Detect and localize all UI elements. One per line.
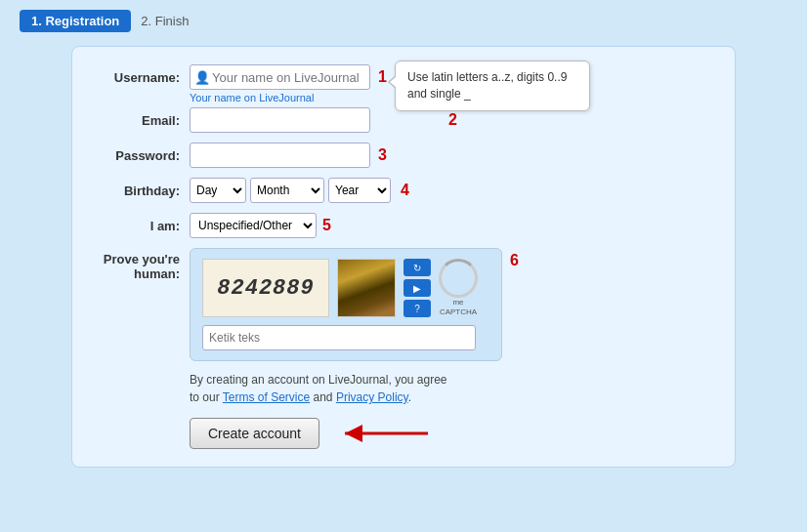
password-label: Password: — [92, 148, 190, 163]
password-row: Password: 3 — [92, 143, 715, 168]
username-input-wrapper: 👤 Your name on LiveJournal — [190, 64, 370, 90]
email-row: Email: 2 — [92, 107, 715, 133]
captcha-brand-text: meCAPTCHA — [440, 298, 477, 316]
gender-select[interactable]: Unspecified/Other Male Female — [190, 213, 317, 238]
username-hint: Your name on LiveJournal — [190, 92, 314, 103]
username-label: Username: — [92, 70, 190, 85]
captcha-buttons: ↻ ▶ ? — [404, 259, 431, 317]
captcha-photo — [337, 259, 396, 317]
iam-row: I am: Unspecified/Other Male Female 5 — [92, 213, 715, 238]
arrow-icon — [335, 419, 433, 448]
captcha-top: 8242889 ↻ ▶ ? — [202, 259, 489, 317]
privacy-policy-link[interactable]: Privacy Policy — [336, 390, 408, 404]
birthday-month-select[interactable]: Month — [250, 178, 324, 203]
prove-human-label: Prove you'rehuman: — [92, 248, 190, 281]
step-number-3: 3 — [378, 146, 387, 164]
step-number-4: 4 — [401, 182, 409, 199]
captcha-row: Prove you'rehuman: 8242889 ↻ ▶ ? — [92, 248, 715, 361]
captcha-section: 8242889 ↻ ▶ ? — [190, 248, 502, 361]
username-row: Username: 👤 Your name on LiveJournal 1 U… — [92, 64, 715, 90]
birthday-year-select[interactable]: Year — [328, 178, 391, 203]
captcha-audio-button[interactable]: ▶ — [404, 279, 431, 297]
birthday-label: Birthday: — [92, 184, 190, 198]
email-label: Email: — [92, 113, 190, 128]
create-account-row: Create account — [190, 418, 715, 449]
birthday-selects: Day Month Year 4 — [190, 178, 409, 203]
captcha-help-button[interactable]: ? — [404, 300, 431, 317]
step-number-1: 1 — [378, 68, 387, 86]
captcha-spinner — [439, 259, 478, 298]
birthday-day-select[interactable]: Day — [190, 178, 246, 203]
username-input[interactable] — [190, 64, 370, 90]
email-input[interactable] — [190, 107, 370, 133]
user-icon: 👤 — [194, 70, 210, 85]
password-input[interactable] — [190, 143, 370, 168]
birthday-row: Birthday: Day Month Year 4 — [92, 178, 715, 203]
captcha-refresh-button[interactable]: ↻ — [404, 259, 431, 276]
captcha-input[interactable] — [202, 325, 476, 350]
step1-tab[interactable]: 1. Registration — [20, 10, 131, 32]
form-card: Username: 👤 Your name on LiveJournal 1 U… — [71, 46, 736, 468]
steps-bar: 1. Registration 2. Finish — [20, 10, 787, 32]
terms-of-service-link[interactable]: Terms of Service — [223, 390, 310, 404]
page-container: 1. Registration 2. Finish Username: 👤 Yo… — [0, 0, 807, 532]
captcha-logo: meCAPTCHA — [439, 259, 478, 316]
create-account-button[interactable]: Create account — [190, 418, 319, 449]
username-tooltip: Use latin letters a..z, digits 0..9 and … — [395, 61, 590, 111]
step-number-6: 6 — [510, 248, 519, 269]
terms-text: By creating an account on LiveJournal, y… — [190, 371, 715, 406]
iam-label: I am: — [92, 219, 190, 233]
step2-tab: 2. Finish — [141, 14, 189, 28]
captcha-image: 8242889 — [202, 259, 329, 317]
step-number-5: 5 — [322, 217, 331, 234]
step-number-2: 2 — [448, 111, 457, 129]
